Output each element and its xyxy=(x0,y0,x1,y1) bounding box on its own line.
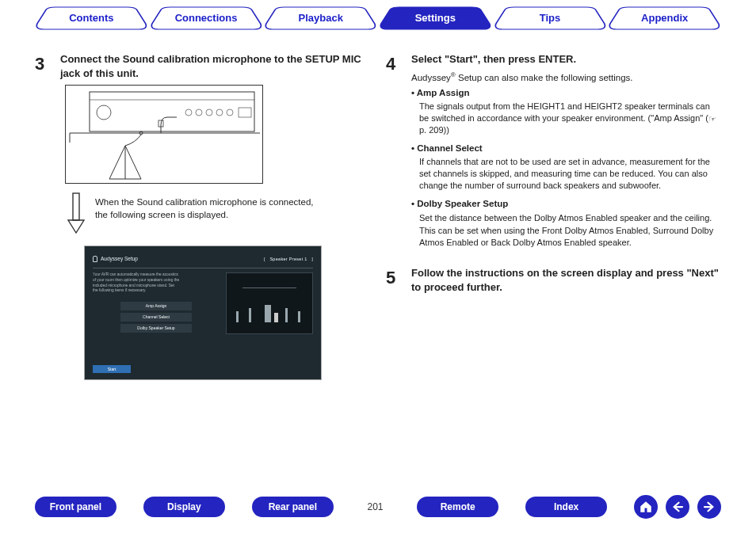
onscreen-display-preview: Audyssey Setup [ Speaker Preset 1 ] Your… xyxy=(84,246,322,380)
tab-label: Appendix xyxy=(641,12,688,24)
osd-preset: [ Speaker Preset 1 ] xyxy=(264,257,313,262)
setting-desc-2: This can be set when using the Front Dol… xyxy=(419,225,721,249)
osd-channel-select-button: Channel Select xyxy=(120,313,192,322)
setting-amp-assign: Amp Assign The signals output from the H… xyxy=(411,87,721,136)
svg-point-7 xyxy=(227,109,233,116)
tab-label: Tips xyxy=(540,12,561,24)
tab-label: Connections xyxy=(175,12,238,24)
bottom-nav: Front panel Display Rear panel 201 Remot… xyxy=(0,495,756,519)
svg-rect-13 xyxy=(73,193,79,220)
svg-point-5 xyxy=(206,109,212,116)
front-panel-button[interactable]: Front panel xyxy=(35,497,116,517)
pointer-icon: ☞ xyxy=(708,113,716,125)
tab-connections[interactable]: Connections xyxy=(150,6,263,30)
display-button[interactable]: Display xyxy=(143,497,225,517)
prev-page-button[interactable] xyxy=(666,495,689,519)
osd-dolby-speaker-button: Dolby Speaker Setup xyxy=(120,324,192,333)
index-button[interactable]: Index xyxy=(525,497,607,517)
osd-start-button: Start xyxy=(93,365,131,373)
step-title: Follow the instructions on the screen di… xyxy=(411,266,721,294)
tab-settings[interactable]: Settings xyxy=(379,6,492,30)
home-button[interactable] xyxy=(634,495,658,519)
step-5: 5 Follow the instructions on the screen … xyxy=(386,266,721,299)
device-illustration xyxy=(65,85,263,184)
step-title: Connect the Sound calibration microphone… xyxy=(60,52,370,80)
svg-point-2 xyxy=(97,105,111,120)
note-text: When the Sound calibration microphone is… xyxy=(95,192,319,221)
nav-icon-group xyxy=(634,495,721,519)
setting-label: Channel Select xyxy=(411,143,721,155)
osd-amp-assign-button: Amp Assign xyxy=(120,302,192,310)
step-number: 5 xyxy=(386,266,402,299)
svg-rect-8 xyxy=(239,108,251,117)
svg-point-6 xyxy=(216,109,223,116)
arrow-right-icon xyxy=(702,500,716,514)
tab-tips[interactable]: Tips xyxy=(494,6,607,30)
step-number: 4 xyxy=(386,52,402,255)
remote-button[interactable]: Remote xyxy=(417,497,498,517)
svg-point-3 xyxy=(185,109,192,116)
tab-label: Settings xyxy=(415,12,456,24)
tab-playback[interactable]: Playback xyxy=(264,6,377,30)
step-title: Select "Start", then press ENTER. xyxy=(411,52,721,67)
mic-connected-note: When the Sound calibration microphone is… xyxy=(65,192,319,236)
setting-label: Amp Assign xyxy=(411,87,721,100)
setting-dolby-speaker: Dolby Speaker Setup Set the distance bet… xyxy=(411,198,721,249)
step-3: 3 Connect the Sound calibration micropho… xyxy=(35,52,370,380)
osd-description: Your AVR can automatically measure the a… xyxy=(93,272,180,294)
step-4: 4 Select "Start", then press ENTER. Audy… xyxy=(386,52,721,255)
setting-desc: The signals output from the HEIGHT1 and … xyxy=(419,101,721,136)
page-content: 3 Connect the Sound calibration micropho… xyxy=(0,38,756,388)
right-column: 4 Select "Start", then press ENTER. Audy… xyxy=(386,52,721,388)
svg-rect-0 xyxy=(90,92,254,131)
setting-desc: If channels that are not to be used are … xyxy=(419,156,721,192)
tab-label: Contents xyxy=(69,12,113,24)
top-tabs: Contents Connections Playback Settings T… xyxy=(0,0,756,38)
tab-contents[interactable]: Contents xyxy=(35,6,148,30)
tab-appendix[interactable]: Appendix xyxy=(608,6,721,30)
left-column: 3 Connect the Sound calibration micropho… xyxy=(35,52,370,388)
arrow-left-icon xyxy=(670,500,685,514)
rear-panel-button[interactable]: Rear panel xyxy=(252,497,334,517)
setting-channel-select: Channel Select If channels that are not … xyxy=(411,143,721,192)
home-icon xyxy=(639,500,653,514)
settings-list: Amp Assign The signals output from the H… xyxy=(411,87,721,249)
setting-label: Dolby Speaker Setup xyxy=(411,198,721,211)
osd-title: Audyssey Setup xyxy=(93,256,138,263)
step-intro: Audyssey® Setup can also make the follow… xyxy=(411,71,721,84)
osd-room-diagram xyxy=(226,272,313,334)
tab-label: Playback xyxy=(298,12,342,24)
mic-icon xyxy=(93,256,97,262)
next-page-button[interactable] xyxy=(697,495,721,519)
page-number: 201 xyxy=(361,501,390,512)
setting-desc: Set the distance between the Dolby Atmos… xyxy=(419,212,721,224)
svg-point-4 xyxy=(196,109,202,116)
